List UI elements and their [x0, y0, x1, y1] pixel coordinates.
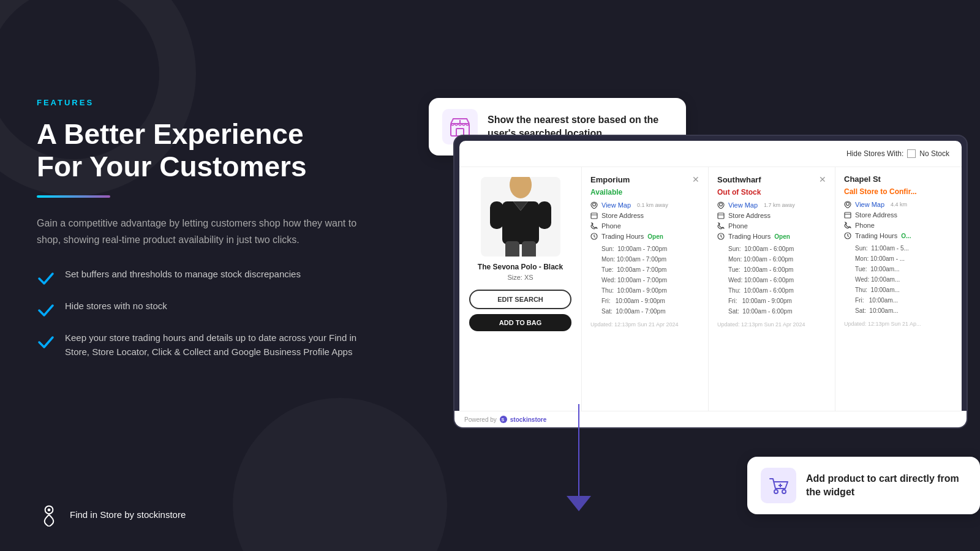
powered-by-label: Powered by — [464, 416, 497, 423]
callout-bottom: Add product to cart directly from the wi… — [747, 457, 980, 514]
widget-header: Hide Stores With: No Stock — [459, 141, 962, 167]
store-name-emporium: Emporium — [590, 175, 630, 184]
feature-text-2: Hide stores with no stock — [65, 299, 167, 313]
svg-rect-11 — [505, 241, 519, 257]
store-address-row-southwharf[interactable]: Store Address — [717, 212, 826, 219]
heading-line1: A Better Experience — [37, 118, 303, 150]
store-viewmap-southwharf[interactable]: View Map 1.7 km away — [717, 201, 826, 209]
store-name-chapelst: Chapel St — [844, 174, 881, 184]
svg-point-25 — [846, 203, 850, 206]
store-name-southwharf: Southwharf — [717, 175, 761, 184]
svg-point-34 — [774, 490, 778, 493]
address-label-cs: Store Address — [855, 211, 897, 219]
stockinstore-logo-icon: S — [499, 415, 508, 422]
updated-emporium: Updated: 12:13pm Sun 21 Apr 2024 — [590, 321, 699, 328]
feature-item-3: Keep your store trading hours and detail… — [37, 331, 380, 359]
close-emporium-button[interactable]: ✕ — [692, 174, 699, 184]
viewmap-label-sw: View Map — [728, 201, 758, 209]
phone-label: Phone — [601, 222, 621, 230]
svg-line-18 — [594, 237, 595, 238]
svg-rect-20 — [718, 213, 724, 219]
cart-icon-box — [761, 468, 796, 503]
map-pin-icon-southwharf — [717, 201, 725, 209]
heading-line2: For Your Customers — [37, 151, 306, 182]
feature-text-3: Keep your store trading hours and detail… — [65, 331, 380, 359]
map-pin-icon-chapelst — [844, 201, 851, 208]
left-panel: FEATURES A Better Experience For Your Cu… — [37, 98, 380, 359]
address-label: Store Address — [601, 212, 644, 219]
open-badge-emporium: Open — [647, 233, 663, 240]
svg-point-35 — [782, 490, 786, 493]
product-image — [481, 177, 560, 257]
close-southwharf-button[interactable]: ✕ — [819, 174, 826, 184]
trading-hours-row-emporium: Trading Hours Open — [590, 233, 699, 240]
store-viewmap-emporium[interactable]: View Map 0.1 km away — [590, 201, 699, 209]
svg-rect-26 — [845, 212, 851, 218]
svg-rect-14 — [591, 213, 597, 219]
trading-hours-row-southwharf: Trading Hours Open — [717, 233, 826, 240]
svg-line-24 — [721, 237, 722, 238]
product-name: The Sevona Polo - Black — [478, 263, 563, 271]
distance-southwharf: 1.7 km away — [764, 202, 795, 208]
store-address-row-emporium[interactable]: Store Address — [590, 212, 699, 219]
stores-section: Emporium ✕ Available View Map 0.1 km awa… — [582, 167, 962, 422]
no-stock-label: No Stock — [919, 149, 949, 158]
product-size: Size: XS — [507, 274, 533, 281]
connector-bottom-svg — [542, 404, 616, 514]
store-address-row-chapelst[interactable]: Store Address — [844, 211, 953, 219]
store-status-southwharf: Out of Stock — [717, 188, 826, 197]
store-phone-row-chapelst[interactable]: Phone — [844, 222, 953, 229]
main-heading: A Better Experience For Your Customers — [37, 118, 380, 183]
no-stock-checkbox[interactable] — [907, 149, 916, 158]
store-viewmap-chapelst[interactable]: View Map 4.4 km — [844, 201, 953, 208]
add-to-bag-button[interactable]: ADD TO BAG — [469, 314, 571, 331]
updated-chapelst: Updated: 12:13pm Sun 21 Ap... — [844, 321, 953, 327]
building-icon-emporium — [590, 212, 598, 219]
store-phone-row-emporium[interactable]: Phone — [590, 222, 699, 230]
feature-text-1: Set buffers and thresholds to manage sto… — [65, 268, 301, 282]
product-section: The Sevona Polo - Black Size: XS EDIT SE… — [459, 167, 582, 422]
product-person-svg — [484, 177, 557, 257]
open-badge-southwharf: Open — [774, 233, 790, 240]
open-badge-cs: O... — [901, 233, 911, 239]
hours-chapelst: Sun: 11:00am - 5... Mon: 10:00am - ... T… — [855, 243, 953, 316]
features-label: FEATURES — [37, 98, 380, 107]
right-panel: Show the nearest store based on the user… — [429, 98, 980, 514]
feature-list: Set buffers and thresholds to manage sto… — [37, 268, 380, 359]
divider-line — [37, 195, 110, 198]
svg-text:S: S — [501, 418, 504, 422]
widget-container: Hide Stores With: No Stock — [459, 141, 962, 422]
svg-point-7 — [510, 177, 532, 198]
cart-icon — [767, 474, 790, 497]
check-icon-2 — [37, 301, 55, 319]
map-pin-icon-emporium — [590, 201, 598, 209]
clock-icon-cs — [844, 232, 851, 239]
building-icon-cs — [844, 211, 851, 219]
widget-footer: Powered by S stockinstore — [459, 411, 962, 422]
feature-item-1: Set buffers and thresholds to manage sto… — [37, 268, 380, 287]
store-col-emporium: Emporium ✕ Available View Map 0.1 km awa… — [582, 167, 709, 422]
svg-point-13 — [593, 203, 596, 206]
store-col-chapelst: Chapel St Call Store to Confir... View M… — [835, 167, 962, 422]
check-icon-3 — [37, 332, 55, 351]
feature-item-2: Hide stores with no stock — [37, 299, 380, 319]
sub-text: Gain a competitive advantage by letting … — [37, 215, 380, 248]
store-phone-row-southwharf[interactable]: Phone — [717, 222, 826, 230]
powered-by-brand: stockinstore — [510, 416, 546, 423]
distance-emporium: 0.1 km away — [637, 202, 668, 208]
svg-rect-12 — [522, 241, 536, 257]
svg-line-30 — [848, 236, 849, 237]
bottom-brand: Find in Store by stockinstore — [37, 502, 186, 527]
phone-label-sw: Phone — [728, 222, 748, 230]
svg-point-19 — [720, 203, 723, 206]
store-status-chapelst: Call Store to Confir... — [844, 187, 953, 196]
store-status-emporium: Available — [590, 188, 699, 197]
widget-body: The Sevona Polo - Black Size: XS EDIT SE… — [459, 167, 962, 422]
store-col-southwharf: Southwharf ✕ Out of Stock View Map 1.7 k… — [709, 167, 835, 422]
distance-chapelst: 4.4 km — [891, 201, 907, 208]
store-header-southwharf: Southwharf ✕ — [717, 174, 826, 184]
svg-point-1 — [48, 508, 51, 511]
hours-emporium: Sun: 10:00am - 7:00pm Mon: 10:00am - 7:0… — [601, 244, 699, 317]
edit-search-button[interactable]: EDIT SEARCH — [469, 290, 571, 309]
hide-stores-control: Hide Stores With: No Stock — [846, 149, 949, 158]
